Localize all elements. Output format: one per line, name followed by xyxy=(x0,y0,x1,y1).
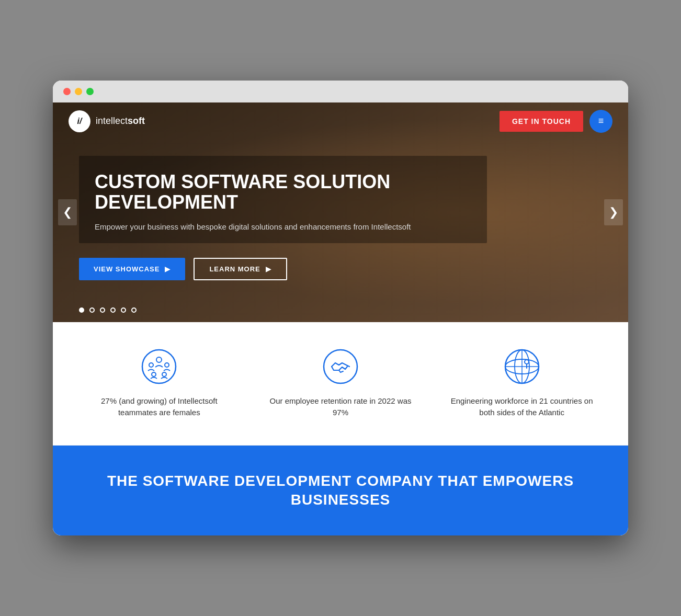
carousel-dot-4[interactable] xyxy=(110,307,116,313)
stat-text-retention: Our employee retention rate in 2022 was … xyxy=(267,395,414,419)
close-button[interactable] xyxy=(63,88,71,95)
hero-section: i/ intellectsoft GET IN TOUCH ≡ CUSTOM S… xyxy=(53,102,628,322)
hero-buttons: VIEW SHOWCASE ▶ LEARN MORE ▶ xyxy=(79,258,602,280)
browser-chrome xyxy=(53,81,628,102)
get-in-touch-button[interactable]: GET IN TOUCH xyxy=(500,111,583,132)
carousel-prev-button[interactable]: ❮ xyxy=(58,199,77,225)
logo-plain: intellect xyxy=(96,116,128,126)
svg-point-2 xyxy=(149,363,153,367)
logo-area: i/ intellectsoft xyxy=(69,110,145,132)
nav-right: GET IN TOUCH ≡ xyxy=(500,110,612,133)
logo-icon: i/ xyxy=(69,110,90,132)
team-icon xyxy=(141,348,177,385)
learn-more-button[interactable]: LEARN MORE ▶ xyxy=(194,258,287,280)
hero-title: CUSTOM SOFTWARE SOLUTION DEVELOPMENT xyxy=(95,172,471,213)
hero-text-box: CUSTOM SOFTWARE SOLUTION DEVELOPMENT Emp… xyxy=(79,156,487,244)
blue-banner-section: THE SOFTWARE DEVELOPMENT COMPANY THAT EM… xyxy=(53,446,628,536)
stat-text-countries: Engineering workforce in 21 countries on… xyxy=(449,395,595,419)
hero-content: CUSTOM SOFTWARE SOLUTION DEVELOPMENT Emp… xyxy=(53,140,628,322)
carousel-dots xyxy=(79,307,137,313)
hamburger-icon: ≡ xyxy=(598,116,604,127)
svg-point-5 xyxy=(162,372,166,377)
showcase-arrow-icon: ▶ xyxy=(165,265,171,273)
prev-arrow-icon: ❮ xyxy=(63,206,72,219)
maximize-button[interactable] xyxy=(86,88,94,95)
handshake-icon xyxy=(322,348,359,385)
svg-point-0 xyxy=(142,350,176,383)
svg-point-6 xyxy=(324,350,357,383)
learn-more-label: LEARN MORE xyxy=(209,265,260,273)
carousel-dot-3[interactable] xyxy=(100,307,105,313)
site-wrapper: i/ intellectsoft GET IN TOUCH ≡ CUSTOM S… xyxy=(53,102,628,536)
stat-text-females: 27% (and growing) of Intellectsoft teamm… xyxy=(86,395,232,419)
stat-item-countries: Engineering workforce in 21 countries on… xyxy=(449,348,595,419)
learn-more-arrow-icon: ▶ xyxy=(266,265,271,273)
carousel-dot-2[interactable] xyxy=(89,307,95,313)
svg-point-4 xyxy=(152,372,156,377)
menu-button[interactable]: ≡ xyxy=(589,110,612,133)
blue-banner-title: THE SOFTWARE DEVELOPMENT COMPANY THAT EM… xyxy=(69,472,612,510)
hero-subtitle: Empower your business with bespoke digit… xyxy=(95,221,471,233)
svg-point-12 xyxy=(525,360,529,364)
navbar: i/ intellectsoft GET IN TOUCH ≡ xyxy=(53,102,628,140)
stats-section: 27% (and growing) of Intellectsoft teamm… xyxy=(53,322,628,446)
svg-point-3 xyxy=(165,363,169,367)
logo-text: intellectsoft xyxy=(96,116,145,127)
view-showcase-label: VIEW SHOWCASE xyxy=(94,265,160,273)
carousel-dot-1[interactable] xyxy=(79,307,84,313)
globe-icon xyxy=(504,348,540,385)
carousel-dot-5[interactable] xyxy=(121,307,126,313)
minimize-button[interactable] xyxy=(75,88,82,95)
stat-item-females: 27% (and growing) of Intellectsoft teamm… xyxy=(86,348,232,419)
view-showcase-button[interactable]: VIEW SHOWCASE ▶ xyxy=(79,258,185,280)
logo-bold: soft xyxy=(128,116,145,126)
logo-initials: i/ xyxy=(77,117,82,126)
svg-point-1 xyxy=(156,357,162,362)
browser-window: i/ intellectsoft GET IN TOUCH ≡ CUSTOM S… xyxy=(53,81,628,536)
carousel-next-button[interactable]: ❯ xyxy=(604,199,623,225)
stat-item-retention: Our employee retention rate in 2022 was … xyxy=(267,348,414,419)
next-arrow-icon: ❯ xyxy=(609,206,618,219)
carousel-dot-6[interactable] xyxy=(131,307,137,313)
